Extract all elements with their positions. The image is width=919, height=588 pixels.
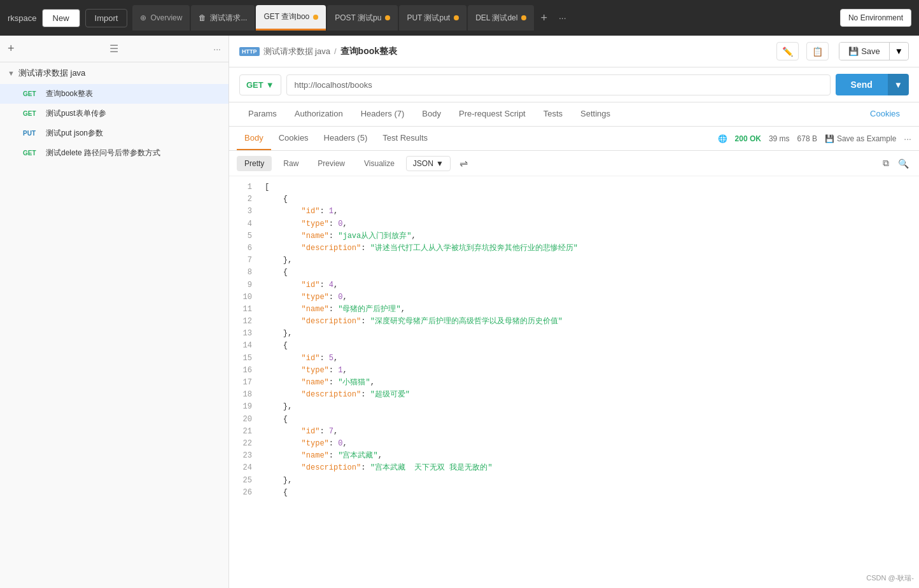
request-name: 测试delete 路径问号后带参数方式 [46, 148, 160, 158]
overview-icon: ⊕ [140, 13, 146, 22]
breadcrumb-collection: 测试请求数据 java [263, 46, 330, 57]
visualize-button[interactable]: Visualize [356, 156, 402, 171]
send-group: Send ▼ [836, 74, 909, 95]
add-tab-button[interactable]: + [535, 9, 552, 27]
search-response-button[interactable]: 🔍 [895, 156, 911, 171]
globe-icon: 🌐 [718, 134, 727, 143]
tab-overview[interactable]: ⊕ Overview [132, 5, 190, 31]
tab-put[interactable]: PUT 测试put [399, 5, 467, 31]
resp-tab-testresults[interactable]: Test Results [375, 127, 435, 150]
send-button[interactable]: Send [836, 74, 888, 95]
response-size: 678 B [797, 134, 817, 143]
tab-del[interactable]: DEL 测试del [468, 5, 534, 31]
sidebar-menu-button[interactable]: ☰ [109, 43, 118, 55]
method-chevron: ▼ [266, 80, 274, 90]
resp-tab-cookies[interactable]: Cookies [271, 127, 316, 150]
import-button[interactable]: Import [85, 9, 128, 27]
tab-dot [521, 15, 526, 20]
sidebar-options-button[interactable]: ··· [213, 44, 221, 54]
main-area: + ☰ ··· ▼ 测试请求数据 java GET 查询book整表 GET 测… [0, 36, 919, 588]
sidebar: + ☰ ··· ▼ 测试请求数据 java GET 查询book整表 GET 测… [0, 36, 229, 588]
breadcrumb-title: 查询book整表 [340, 46, 397, 57]
pretty-button[interactable]: Pretty [237, 156, 272, 171]
tab-dot [313, 15, 318, 20]
sidebar-add-button[interactable]: + [8, 42, 15, 55]
wrap-button[interactable]: ⇌ [454, 155, 473, 172]
method-badge: GET [23, 150, 41, 157]
breadcrumb-separator: / [334, 46, 337, 56]
watermark: CSDN @-耿瑞- [866, 573, 914, 583]
collection-name: 测试请求数据 java [18, 67, 85, 79]
request-name: 测试pust表单传参 [46, 108, 106, 119]
response-area: Body Cookies Headers (5) Test Results 🌐 … [229, 127, 919, 588]
tab-post[interactable]: POST 测试pu [327, 5, 398, 31]
tab-params[interactable]: Params [239, 102, 286, 126]
method-badge: GET [23, 90, 41, 97]
response-tabs-bar: Body Cookies Headers (5) Test Results 🌐 … [229, 127, 919, 151]
save-icon: 💾 [848, 46, 859, 56]
trash-icon: 🗑 [199, 13, 206, 22]
breadcrumb: HTTP 测试请求数据 java / 查询book整表 ✏️ 📋 💾 Save … [229, 36, 919, 67]
code-area[interactable]: 1234567891011121314151617181920212223242… [229, 176, 919, 588]
method-badge: GET [23, 110, 41, 117]
url-bar: GET ▼ Send ▼ [229, 67, 919, 102]
preview-button[interactable]: Preview [310, 156, 353, 171]
tab-body[interactable]: Body [413, 102, 450, 126]
http-icon: HTTP [239, 47, 260, 56]
tab-pre-request[interactable]: Pre-request Script [450, 102, 535, 126]
method-select[interactable]: GET ▼ [239, 74, 281, 95]
edit-button[interactable]: ✏️ [776, 42, 799, 60]
method-label: GET [246, 80, 263, 90]
response-more-button[interactable]: ··· [904, 134, 911, 144]
line-numbers: 1234567891011121314151617181920212223242… [229, 181, 260, 583]
response-status: 🌐 200 OK 39 ms 678 B 💾 Save as Example ·… [718, 134, 911, 144]
request-item-1[interactable]: GET 查询book整表 [0, 84, 228, 104]
collection-item[interactable]: ▼ 测试请求数据 java [0, 62, 228, 84]
tab-get-query[interactable]: GET 查询boo [256, 5, 326, 31]
tab-dot [385, 15, 390, 20]
request-item-3[interactable]: PUT 测试put json参数 [0, 123, 228, 143]
request-tabs: Params Authorization Headers (7) Body Pr… [229, 102, 919, 127]
request-item-2[interactable]: GET 测试pust表单传参 [0, 104, 228, 123]
resp-tab-body[interactable]: Body [237, 127, 271, 150]
save-example-button[interactable]: 💾 Save as Example [825, 134, 896, 143]
workspace-label: rkspace [8, 13, 37, 23]
chevron-down-icon: ▼ [8, 69, 15, 77]
tab-authorization[interactable]: Authorization [286, 102, 352, 126]
breadcrumb-actions: ✏️ 📋 💾 Save ▼ [776, 42, 909, 60]
save-dropdown-button[interactable]: ▼ [889, 43, 908, 60]
env-selector[interactable]: No Environment [840, 9, 911, 27]
tab-settings[interactable]: Settings [572, 102, 619, 126]
url-input[interactable] [286, 74, 831, 95]
send-dropdown-button[interactable]: ▼ [888, 74, 909, 95]
copy-request-button[interactable]: 📋 [806, 42, 829, 60]
topbar: rkspace New Import ⊕ Overview 🗑 测试请求... … [0, 0, 919, 36]
json-format-selector[interactable]: JSON ▼ [406, 156, 451, 171]
tabs-bar: ⊕ Overview 🗑 测试请求... GET 查询boo POST 测试pu… [132, 5, 835, 31]
raw-button[interactable]: Raw [276, 156, 306, 171]
chevron-down-icon: ▼ [436, 159, 444, 168]
copy-response-button[interactable]: ⧉ [880, 155, 892, 171]
status-badge: 200 OK [735, 134, 761, 143]
request-name: 测试put json参数 [46, 128, 103, 139]
new-button[interactable]: New [42, 9, 80, 27]
sidebar-header: + ☰ ··· [0, 36, 228, 62]
save-button[interactable]: 💾 Save [839, 43, 889, 60]
resp-tab-headers[interactable]: Headers (5) [316, 127, 375, 150]
tab-dot [454, 15, 459, 20]
response-time: 39 ms [769, 134, 790, 143]
more-tabs-button[interactable]: ··· [554, 10, 572, 25]
content-panel: HTTP 测试请求数据 java / 查询book整表 ✏️ 📋 💾 Save … [229, 36, 919, 588]
request-name: 查询book整表 [46, 88, 93, 99]
tab-1[interactable]: 🗑 测试请求... [191, 5, 255, 31]
code-content: [ { "id": 1, "type": 0, "name": "java从入门… [260, 181, 919, 583]
request-item-4[interactable]: GET 测试delete 路径问号后带参数方式 [0, 143, 228, 163]
tab-headers[interactable]: Headers (7) [352, 102, 414, 126]
tab-cookies-right[interactable]: Cookies [861, 102, 909, 126]
save-icon: 💾 [825, 134, 834, 143]
response-toolbar: Pretty Raw Preview Visualize JSON ▼ ⇌ ⧉ … [229, 151, 919, 176]
method-badge: PUT [23, 130, 41, 137]
tab-tests[interactable]: Tests [535, 102, 572, 126]
